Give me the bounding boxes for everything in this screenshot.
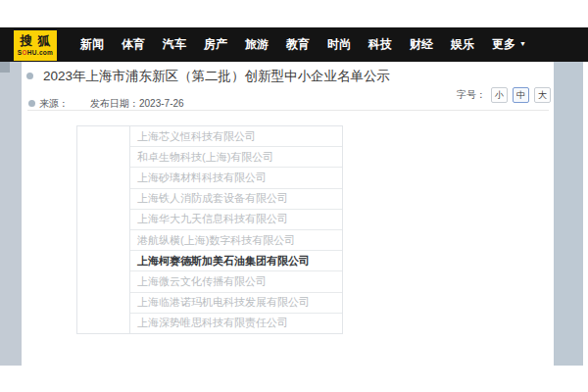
nav-item-auto[interactable]: 汽车: [163, 36, 186, 53]
table-row: 上海深势唯思科技有限责任公司: [130, 314, 342, 333]
nav-item-education[interactable]: 教育: [286, 36, 310, 53]
nav-item-sports[interactable]: 体育: [122, 36, 145, 53]
nav-item-tech[interactable]: 科技: [368, 36, 392, 53]
nav-bar: 搜狐 SOHU.com 新闻 体育 汽车 房产 旅游 教育 时尚 科技 财经 娱…: [0, 27, 588, 62]
font-size-medium-button[interactable]: 中: [513, 87, 529, 103]
publish-date-value: 2023-7-26: [139, 98, 184, 109]
table-row: 港航纵横(上海)数字科技有限公司: [130, 230, 342, 251]
publish-date-label: 发布日期：: [90, 98, 139, 109]
nav-item-more[interactable]: 更多▼: [492, 36, 526, 53]
nav-item-news[interactable]: 新闻: [80, 36, 104, 53]
browser-viewport: 搜狐 SOHU.com 新闻 体育 汽车 房产 旅游 教育 时尚 科技 财经 娱…: [0, 0, 588, 392]
font-size-small-button[interactable]: 小: [491, 87, 508, 103]
logo-domain-rest: HU.com: [27, 49, 53, 56]
table-empty-column: [77, 126, 130, 333]
table-row: 上海临港诺玛机电科技发展有限公司: [130, 293, 342, 314]
table-row: 上海微云文化传播有限公司: [130, 271, 342, 292]
table-rows: 上海芯义恒科技有限公司 和卓生物科技(上海)有限公司 上海砂璃材料科技有限公司 …: [130, 126, 342, 333]
nav-item-finance[interactable]: 财经: [410, 36, 433, 53]
company-table: 上海芯义恒科技有限公司 和卓生物科技(上海)有限公司 上海砂璃材料科技有限公司 …: [76, 125, 343, 334]
table-row: 上海砂璃材料科技有限公司: [130, 168, 342, 188]
source-label: 来源：: [39, 98, 69, 109]
main-navigation: 新闻 体育 汽车 房产 旅游 教育 时尚 科技 财经 娱乐 更多▼: [80, 27, 526, 62]
page-title: 2023年上海市浦东新区（第二批）创新型中小企业名单公示: [43, 68, 390, 85]
sohu-logo-domain: SOHU.com: [14, 49, 57, 56]
font-size-large-button[interactable]: 大: [534, 87, 551, 103]
font-size-label: 字号：: [457, 88, 486, 102]
table-row-highlighted: 上海柯赛德斯加美石油集团有限公司: [130, 251, 342, 271]
nav-item-entertainment[interactable]: 娱乐: [451, 36, 474, 53]
nav-item-realestate[interactable]: 房产: [204, 36, 227, 53]
nav-item-travel[interactable]: 旅游: [245, 36, 269, 53]
table-row: 上海芯义恒科技有限公司: [130, 126, 342, 147]
table-row: 上海华大九天信息科技有限公司: [130, 210, 342, 230]
article-meta: 来源：发布日期：2023-7-26: [39, 97, 184, 111]
table-row: 上海铁人消防成套设备有限公司: [130, 189, 342, 210]
divider: [27, 110, 549, 111]
chevron-down-icon: ▼: [519, 40, 526, 47]
scrollbar-thumb[interactable]: [0, 62, 10, 73]
font-size-controls: 字号： 小 中 大: [457, 87, 551, 103]
bullet-icon: [26, 73, 33, 79]
nav-item-fashion[interactable]: 时尚: [327, 36, 351, 53]
bullet-icon: [28, 100, 35, 107]
sohu-logo-text: 搜狐: [14, 33, 57, 49]
left-page-margin: [0, 62, 22, 366]
right-page-margin: [554, 62, 583, 366]
more-label: 更多: [492, 37, 515, 51]
table-row: 和卓生物科技(上海)有限公司: [130, 147, 342, 168]
sohu-logo[interactable]: 搜狐 SOHU.com: [14, 30, 57, 61]
